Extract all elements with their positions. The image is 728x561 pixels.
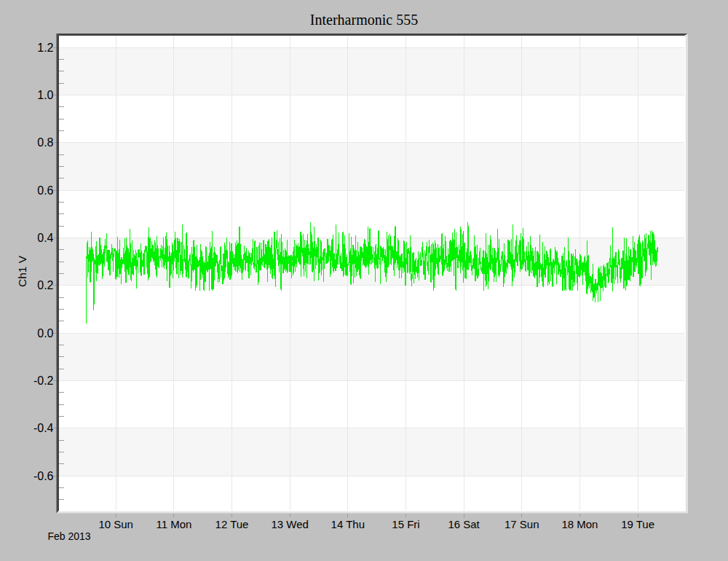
svg-text:0.2: 0.2: [37, 279, 53, 291]
svg-text:-0.4: -0.4: [33, 422, 54, 434]
svg-text:10 Sun: 10 Sun: [98, 518, 133, 530]
svg-text:18 Mon: 18 Mon: [561, 518, 598, 530]
svg-text:16 Sat: 16 Sat: [448, 518, 480, 530]
svg-text:17 Sun: 17 Sun: [505, 518, 539, 530]
svg-text:14 Thu: 14 Thu: [331, 518, 365, 530]
svg-text:0.0: 0.0: [37, 327, 53, 340]
svg-text:Ch1 V: Ch1 V: [16, 255, 28, 287]
svg-text:11 Mon: 11 Mon: [156, 518, 191, 530]
svg-text:15 Fri: 15 Fri: [392, 518, 419, 530]
svg-text:0.6: 0.6: [37, 184, 53, 197]
svg-text:0.4: 0.4: [37, 232, 53, 244]
svg-text:Feb 2013: Feb 2013: [48, 530, 91, 542]
svg-text:19 Tue: 19 Tue: [621, 518, 654, 530]
svg-text:1.2: 1.2: [37, 42, 53, 54]
svg-text:1.0: 1.0: [37, 89, 53, 101]
svg-text:12 Tue: 12 Tue: [215, 518, 249, 530]
svg-text:0.8: 0.8: [37, 136, 53, 149]
svg-text:Interharmonic 555: Interharmonic 555: [310, 12, 418, 28]
svg-text:-0.6: -0.6: [33, 470, 54, 482]
svg-text:13 Wed: 13 Wed: [271, 518, 308, 530]
svg-text:-0.2: -0.2: [33, 374, 54, 387]
